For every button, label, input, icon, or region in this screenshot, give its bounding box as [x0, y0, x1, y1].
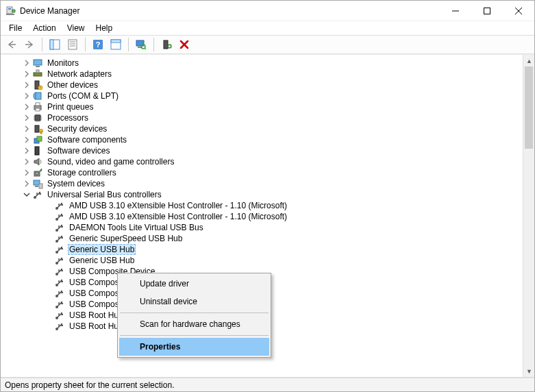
tree-row[interactable]: Security devices: [1, 123, 523, 134]
expander-closed-icon[interactable]: [23, 169, 31, 177]
tree-row[interactable]: ›AMD USB 3.10 eXtensible Host Controller…: [1, 211, 523, 222]
menu-help[interactable]: Help: [90, 22, 119, 34]
expander-closed-icon[interactable]: [23, 158, 31, 166]
action-button[interactable]: [108, 36, 124, 53]
svg-rect-41: [37, 136, 42, 141]
tree-row[interactable]: Universal Serial Bus controllers: [1, 189, 523, 200]
svg-rect-47: [39, 184, 42, 188]
scroll-down-arrow[interactable]: ▼: [523, 365, 534, 377]
expander-closed-icon[interactable]: [23, 180, 31, 188]
usb-icon: [54, 200, 65, 211]
tree-row[interactable]: ›Generic USB Hub: [1, 244, 523, 255]
expander-open-icon[interactable]: [23, 191, 31, 199]
expander-closed-icon[interactable]: [23, 147, 31, 155]
device-label[interactable]: System devices: [46, 179, 106, 188]
device-label[interactable]: Software devices: [46, 146, 111, 156]
device-label[interactable]: Generic USB Hub: [68, 256, 136, 265]
view-button[interactable]: [133, 36, 149, 53]
tree-row[interactable]: !Other devices: [1, 79, 523, 90]
expander-closed-icon[interactable]: [23, 125, 31, 133]
tree-row[interactable]: Ports (COM & LPT): [1, 90, 523, 101]
expander-closed-icon[interactable]: [23, 81, 31, 89]
context-menu: Update driver Uninstall device Scan for …: [117, 273, 271, 358]
svg-rect-37: [35, 125, 39, 132]
svg-point-67: [61, 258, 62, 259]
forward-button[interactable]: [21, 36, 38, 53]
uninstall-button[interactable]: [176, 36, 192, 53]
usb-icon: [32, 189, 43, 200]
minimize-button[interactable]: [440, 1, 471, 21]
sound-icon: [32, 156, 43, 167]
svg-rect-77: [62, 292, 63, 293]
device-label[interactable]: Universal Serial Bus controllers: [46, 190, 163, 199]
menu-view[interactable]: View: [62, 22, 90, 34]
device-label[interactable]: Network adapters: [46, 69, 113, 79]
expander-closed-icon[interactable]: [23, 103, 31, 111]
vertical-scrollbar[interactable]: ▲ ▼: [523, 55, 534, 377]
scroll-thumb[interactable]: [525, 66, 533, 149]
tree-row[interactable]: ›Generic USB Hub: [1, 255, 523, 266]
expander-closed-icon[interactable]: [23, 136, 31, 144]
device-label[interactable]: Generic USB Hub: [68, 244, 136, 255]
tree-row[interactable]: Processors: [1, 112, 523, 123]
tree-row[interactable]: System devices: [1, 178, 523, 189]
tree-row[interactable]: Print queues: [1, 101, 523, 112]
maximize-button[interactable]: [471, 1, 503, 21]
expander-blank: ›: [45, 201, 53, 210]
device-label[interactable]: Monitors: [46, 58, 80, 68]
toolbar-separator: [153, 38, 154, 51]
tree-row[interactable]: ›AMD USB 3.10 eXtensible Host Controller…: [1, 200, 523, 211]
device-label[interactable]: Generic SuperSpeed USB Hub: [68, 234, 184, 243]
toolbar-separator: [128, 38, 129, 51]
svg-rect-80: [62, 303, 63, 304]
device-label[interactable]: Other devices: [46, 80, 99, 90]
svg-point-64: [61, 247, 62, 248]
tree-row[interactable]: Software components: [1, 134, 523, 145]
cm-properties[interactable]: Properties: [119, 338, 269, 356]
cm-update-driver[interactable]: Update driver: [119, 275, 269, 293]
svg-point-44: [36, 172, 38, 175]
cpu-icon: [32, 112, 43, 123]
device-label[interactable]: Print queues: [46, 102, 95, 112]
expander-blank: ›: [45, 278, 53, 286]
tree-row[interactable]: Network adapters: [1, 69, 523, 79]
scan-hardware-button[interactable]: [158, 36, 175, 53]
usb-icon: [54, 222, 65, 233]
device-label[interactable]: Storage controllers: [46, 168, 118, 177]
tree-row[interactable]: Software devices: [1, 145, 523, 156]
tree-row[interactable]: Storage controllers: [1, 167, 523, 178]
device-label[interactable]: Software components: [46, 135, 128, 145]
svg-rect-35: [36, 108, 40, 111]
help-button[interactable]: ?: [90, 36, 106, 53]
expander-closed-icon[interactable]: [23, 92, 31, 100]
close-button[interactable]: [503, 1, 534, 21]
toolbar: ?: [1, 35, 534, 54]
tree-row[interactable]: Sound, video and game controllers: [1, 156, 523, 167]
device-label[interactable]: Processors: [46, 113, 90, 123]
security-icon: [32, 123, 43, 134]
device-label[interactable]: AMD USB 3.10 eXtensible Host Controller …: [68, 212, 288, 221]
expander-closed-icon[interactable]: [23, 114, 31, 122]
back-button[interactable]: [3, 36, 20, 53]
properties-button[interactable]: [64, 36, 81, 53]
device-label[interactable]: AMD USB 3.10 eXtensible Host Controller …: [68, 201, 288, 210]
device-label[interactable]: Sound, video and game controllers: [46, 157, 175, 167]
usb-icon: [54, 321, 65, 332]
expander-closed-icon[interactable]: [23, 70, 31, 78]
cm-uninstall-device[interactable]: Uninstall device: [119, 293, 269, 310]
cm-scan-hardware[interactable]: Scan for hardware changes: [119, 315, 269, 333]
show-hide-tree-button[interactable]: [47, 36, 63, 53]
scan-hardware-icon: [161, 39, 172, 50]
tree-row[interactable]: ›DAEMON Tools Lite Virtual USB Bus: [1, 222, 523, 233]
tree-row[interactable]: Monitors: [1, 58, 523, 69]
menu-file[interactable]: File: [3, 22, 27, 34]
device-label[interactable]: DAEMON Tools Lite Virtual USB Bus: [68, 223, 205, 232]
scroll-up-arrow[interactable]: ▲: [523, 55, 534, 66]
cm-separator: [120, 335, 269, 336]
menu-action[interactable]: Action: [27, 22, 61, 34]
svg-rect-86: [62, 325, 63, 326]
device-label[interactable]: Security devices: [46, 124, 108, 134]
expander-closed-icon[interactable]: [23, 59, 31, 67]
device-label[interactable]: Ports (COM & LPT): [46, 91, 120, 101]
tree-row[interactable]: ›Generic SuperSpeed USB Hub: [1, 233, 523, 244]
